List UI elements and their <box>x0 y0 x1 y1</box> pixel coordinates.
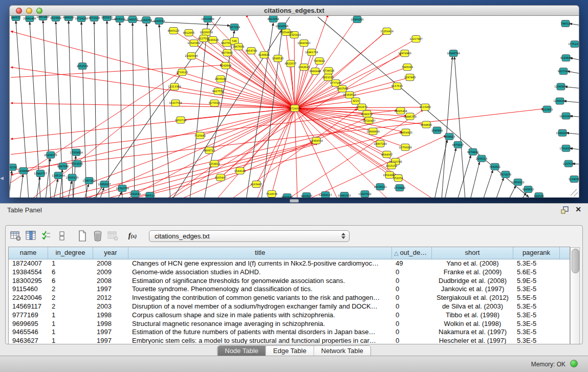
table-cell[interactable]: 9777169 <box>9 311 48 320</box>
header-cell-year[interactable]: year <box>93 247 128 259</box>
table-cell[interactable]: 5.3E-5 <box>513 337 560 344</box>
table-cell[interactable]: 2003 <box>93 302 128 311</box>
trash-icon[interactable] <box>92 230 104 242</box>
graph-node[interactable]: 1134059 <box>569 176 579 182</box>
table-cell[interactable]: Hescheler et al. (1997) <box>432 337 513 344</box>
graph-node[interactable]: 1292344 <box>129 190 141 197</box>
graph-node[interactable]: 11647642 <box>358 190 371 197</box>
table-cell[interactable]: 1997 <box>93 328 128 337</box>
graph-node[interactable]: 8157515 <box>391 83 403 90</box>
graph-node[interactable]: 940557 <box>11 16 20 21</box>
table-cell[interactable]: 6 <box>48 277 93 286</box>
graph-node[interactable]: 10025458 <box>394 107 407 114</box>
header-cell-name[interactable]: name <box>9 247 48 259</box>
table-cell[interactable]: Estimation of the future numbers of pati… <box>128 328 392 337</box>
graph-node[interactable]: 12093872 <box>554 83 567 90</box>
table-cell[interactable]: 0 <box>392 320 432 329</box>
graph-node[interactable]: 19495759 <box>403 113 416 120</box>
graph-node[interactable]: 13942757 <box>34 170 47 177</box>
table-cell[interactable]: Changes of HCN gene expression and I(f) … <box>128 259 392 268</box>
table-cell[interactable]: 2 <box>48 285 93 294</box>
graph-node[interactable]: 9699695 <box>421 121 432 128</box>
graph-node[interactable]: 18640910 <box>297 40 310 47</box>
graph-node[interactable]: 7955812 <box>314 58 325 64</box>
graph-node[interactable]: 9465546 <box>281 193 293 198</box>
table-row[interactable]: 946554611997Estimation of the future num… <box>9 328 570 337</box>
graph-node[interactable]: 9146821 <box>258 52 270 58</box>
table-source-dropdown[interactable]: citations_edges.txt <box>149 230 350 242</box>
graph-node[interactable]: 16648794 <box>447 50 460 57</box>
graph-node[interactable]: 9497568 <box>337 85 348 92</box>
table-cell[interactable]: 0 <box>392 311 432 320</box>
table-cell[interactable]: 2009 <box>93 268 128 277</box>
table-row[interactable]: 2242004622012Investigating the contribut… <box>9 294 570 302</box>
graph-node[interactable]: 10491502 <box>338 192 351 198</box>
graph-node[interactable]: 11451944 <box>52 172 64 179</box>
table-cell[interactable]: 0 <box>392 337 432 344</box>
table-cell[interactable]: 5.5E-5 <box>513 294 560 302</box>
graph-node[interactable]: 9684067 <box>381 151 393 158</box>
tab-node-table[interactable]: Node Table <box>217 346 266 357</box>
graph-node[interactable]: 5051505 <box>72 160 83 167</box>
graph-node[interactable]: 8822037 <box>285 60 296 67</box>
graph-node[interactable]: 9997588 <box>57 163 69 169</box>
table-cell[interactable]: 6 <box>48 268 93 277</box>
graph-node[interactable]: 8165447 <box>215 174 226 181</box>
show-column-icon[interactable] <box>25 230 37 242</box>
table-row[interactable]: 1456911722003Disruption of a novel membe… <box>9 302 570 311</box>
table-row[interactable]: 1830029562008Estimation of significance … <box>9 277 570 286</box>
window-titlebar[interactable]: citations_edges.txt <box>9 5 579 16</box>
graph-node[interactable]: 9129946 <box>560 55 572 61</box>
graph-node[interactable]: 9806141 <box>114 16 125 23</box>
graph-node[interactable]: 18226058 <box>200 29 212 36</box>
table-cell[interactable]: 5.3E-5 <box>513 311 560 320</box>
graph-node[interactable]: 10653287 <box>36 16 49 20</box>
close-panel-icon[interactable]: ✕ <box>575 205 581 213</box>
graph-node[interactable]: 12444194 <box>553 98 566 104</box>
graph-node[interactable]: 16033809 <box>201 16 214 23</box>
table-cell[interactable]: 0 <box>392 328 432 337</box>
graph-node[interactable]: 1362615 <box>298 64 310 71</box>
table-cell[interactable]: Stergiakouli et al. (2012) <box>432 294 513 302</box>
tab-network-table[interactable]: Network Table <box>314 346 371 357</box>
graph-node[interactable]: 10719188 <box>75 16 88 22</box>
graph-node[interactable]: 14569117 <box>319 191 332 198</box>
graph-node[interactable]: 2803144 <box>215 76 226 82</box>
graph-node[interactable]: 1544128 <box>234 167 246 174</box>
graph-node[interactable]: 1156869 <box>18 167 29 174</box>
table-row[interactable]: 977716911998Corpus callosum shape and si… <box>9 311 570 320</box>
table-cell[interactable]: Wolkin et al. (1998) <box>432 320 513 329</box>
graph-node[interactable]: 16961758 <box>305 49 318 56</box>
table-cell[interactable]: 2 <box>48 294 93 302</box>
graph-node[interactable]: 10654112 <box>511 179 524 185</box>
table-cell[interactable]: 19384554 <box>9 268 48 277</box>
new-column-icon[interactable] <box>76 230 89 242</box>
table-cell[interactable]: Tourette syndrome. Phenomenology and cla… <box>128 285 392 294</box>
table-cell[interactable]: 18724007 <box>9 259 48 268</box>
table-cell[interactable]: 0 <box>392 285 432 294</box>
header-cell-pagerank[interactable]: pagerank <box>513 247 560 259</box>
graph-node[interactable]: 6466100 <box>63 16 74 21</box>
graph-node[interactable]: 1167533 <box>563 160 574 167</box>
table-cell[interactable]: 1 <box>48 337 93 344</box>
graph-node[interactable]: 9245083 <box>154 18 165 25</box>
graph-node[interactable]: 8912955 <box>183 30 194 36</box>
graph-node[interactable]: 1821022 <box>322 74 334 81</box>
graph-node[interactable]: 924508 <box>534 192 543 198</box>
graph-node[interactable]: 17016504 <box>559 145 572 151</box>
table-cell[interactable]: 2008 <box>93 277 128 286</box>
float-panel-icon[interactable] <box>561 206 569 214</box>
table-cell[interactable]: 5.3E-5 <box>513 259 560 268</box>
graph-node[interactable]: 18107554 <box>169 100 182 106</box>
graph-node[interactable]: 8990448 <box>310 68 321 75</box>
table-cell[interactable]: Yano et al. (2008) <box>432 259 513 268</box>
graph-node[interactable]: 16210643 <box>559 113 572 119</box>
graph-node[interactable]: 1588520 <box>272 55 284 62</box>
header-cell-title[interactable]: title <box>128 247 392 259</box>
table-cell[interactable]: Corpus callosum shape and size in male p… <box>128 311 392 320</box>
graph-node[interactable]: 9474444 <box>467 148 478 155</box>
graph-node[interactable]: 18300295 <box>351 16 363 23</box>
graph-node[interactable]: 4671318 <box>89 16 100 21</box>
table-cell[interactable]: 5.3E-5 <box>513 328 560 337</box>
graph-node[interactable]: 1527602 <box>50 16 61 21</box>
